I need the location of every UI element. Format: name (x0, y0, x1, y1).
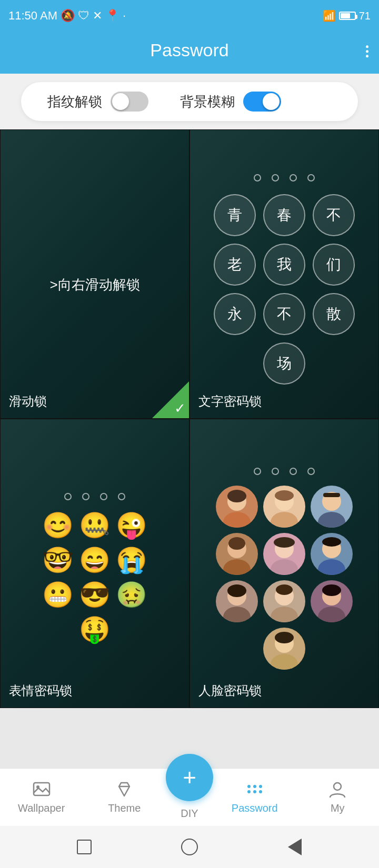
emoji-lock-label: 表情密码锁 (9, 682, 72, 699)
fingerprint-label: 指纹解锁 (47, 93, 102, 111)
svg-point-19 (274, 537, 295, 548)
emoji-grid: 😊 🤐 😜 🤓 😄 😭 😬 😎 🤢 (42, 511, 147, 610)
blur-toggle[interactable] (243, 92, 281, 112)
char-btn-bu2[interactable]: 不 (263, 293, 305, 335)
emoji-zipper[interactable]: 🤐 (79, 511, 111, 540)
face-avatar-8[interactable] (263, 580, 305, 622)
wifi-icon: 📶 (323, 9, 336, 22)
svg-point-37 (271, 654, 298, 670)
svg-point-49 (334, 783, 341, 790)
slide-text: >向右滑动解锁 (49, 276, 139, 294)
my-nav-label: My (331, 802, 345, 814)
emoji-tongue[interactable]: 😜 (116, 511, 147, 540)
slide-lock-label: 滑动锁 (9, 393, 47, 410)
theme-icon (115, 780, 134, 799)
char-btn-yong[interactable]: 永 (214, 293, 256, 335)
svg-point-47 (253, 790, 256, 793)
char-btn-lao[interactable]: 老 (214, 244, 256, 286)
svg-point-27 (227, 584, 246, 597)
svg-point-33 (318, 607, 345, 622)
char-btn-chang[interactable]: 场 (263, 342, 305, 385)
system-nav (0, 826, 379, 868)
password-nav-label: Password (232, 802, 278, 814)
toggle-row: 指纹解锁 背景模糊 (0, 74, 379, 129)
text-lock-dots (254, 174, 315, 181)
face-avatar-9[interactable] (311, 580, 353, 622)
emoji-cool[interactable]: 😎 (79, 580, 111, 610)
svg-point-46 (247, 790, 251, 793)
nav-item-theme[interactable]: Theme (83, 780, 166, 814)
svg-point-43 (247, 785, 251, 788)
char-grid: 青 春 不 老 我 们 永 不 散 (214, 194, 355, 335)
emoji-sick[interactable]: 🤢 (116, 580, 147, 610)
face-avatar-7[interactable] (216, 580, 258, 622)
blur-toggle-item: 背景模糊 (180, 92, 281, 112)
face-avatar-3[interactable] (311, 486, 353, 528)
svg-point-44 (253, 785, 256, 788)
svg-point-17 (271, 559, 298, 575)
emoji-grin[interactable]: 😄 (79, 546, 111, 575)
battery-icon (339, 12, 356, 20)
svg-point-9 (318, 512, 345, 528)
face-avatar-10[interactable] (263, 628, 305, 670)
slide-lock-cell[interactable]: >向右滑动解锁 滑动锁 ✓ (0, 129, 190, 419)
back-button[interactable] (284, 836, 305, 857)
lock-grid: >向右滑动解锁 滑动锁 ✓ 青 春 不 老 我 们 永 不 散 (0, 129, 379, 708)
battery-level: 71 (359, 10, 371, 22)
face-avatar-1[interactable] (216, 486, 258, 528)
app-bar: Password (0, 32, 379, 74)
char-btn-qing[interactable]: 青 (214, 194, 256, 236)
svg-point-1 (223, 512, 251, 528)
recent-apps-button[interactable] (74, 836, 95, 857)
svg-point-39 (275, 632, 294, 643)
face-avatar-2[interactable] (263, 486, 305, 528)
face-lock-cell[interactable]: 人脸密码锁 (190, 419, 379, 708)
emoji-money[interactable]: 🤑 (79, 615, 111, 644)
diy-button[interactable]: + (166, 754, 213, 801)
face-lock-dots (254, 468, 315, 475)
emoji-cry[interactable]: 😭 (116, 546, 147, 575)
char-btn-san[interactable]: 散 (313, 293, 355, 335)
face-lock-content (190, 419, 378, 708)
nav-item-password[interactable]: Password (213, 780, 296, 814)
text-lock-cell[interactable]: 青 春 不 老 我 们 永 不 散 场 文字密码锁 (190, 129, 379, 419)
plus-icon: + (183, 766, 196, 789)
svg-point-31 (276, 584, 293, 595)
char-btn-chun[interactable]: 春 (263, 194, 305, 236)
text-lock-content: 青 春 不 老 我 们 永 不 散 场 (190, 130, 378, 418)
face-avatar-6[interactable] (311, 533, 353, 575)
emoji-nerd[interactable]: 🤓 (42, 546, 74, 575)
more-menu-button[interactable] (366, 45, 368, 57)
wallpaper-icon (32, 780, 51, 799)
signal-icon: 🔕 (61, 9, 75, 23)
emoji-lock-cell[interactable]: 😊 🤐 😜 🤓 😄 😭 😬 😎 🤢 🤑 表情密码锁 (0, 419, 190, 708)
home-button[interactable] (179, 836, 200, 857)
svg-point-3 (227, 490, 246, 502)
cloud-icon: ✕ (93, 9, 102, 23)
svg-rect-11 (323, 493, 340, 497)
svg-point-23 (322, 537, 341, 547)
nav-item-my[interactable]: My (296, 780, 380, 814)
time-display: 11:50 AM (8, 9, 57, 23)
svg-point-35 (322, 584, 341, 596)
toggle-card: 指纹解锁 背景模糊 (21, 82, 358, 121)
nav-item-wallpaper[interactable]: Wallpaper (0, 780, 83, 814)
wallpaper-nav-label: Wallpaper (18, 802, 65, 814)
face-avatar-4[interactable] (216, 533, 258, 575)
char-btn-bu1[interactable]: 不 (313, 194, 355, 236)
face-avatar-5[interactable] (263, 533, 305, 575)
char-btn-men[interactable]: 们 (313, 244, 355, 286)
svg-point-15 (228, 537, 245, 550)
svg-point-25 (223, 607, 251, 622)
shield-icon: 🛡 (78, 9, 89, 23)
char-btn-wo[interactable]: 我 (263, 244, 305, 286)
emoji-grimace[interactable]: 😬 (42, 580, 74, 610)
slide-lock-content: >向右滑动解锁 (1, 130, 189, 418)
face-lock-label: 人脸密码锁 (198, 682, 262, 699)
emoji-smile[interactable]: 😊 (42, 511, 74, 540)
svg-point-7 (275, 490, 294, 501)
fingerprint-toggle[interactable] (111, 92, 148, 112)
text-lock-label: 文字密码锁 (198, 393, 262, 410)
status-left: 11:50 AM 🔕 🛡 ✕ 📍 · (8, 9, 126, 23)
nav-item-diy[interactable]: + DIY (166, 775, 213, 820)
